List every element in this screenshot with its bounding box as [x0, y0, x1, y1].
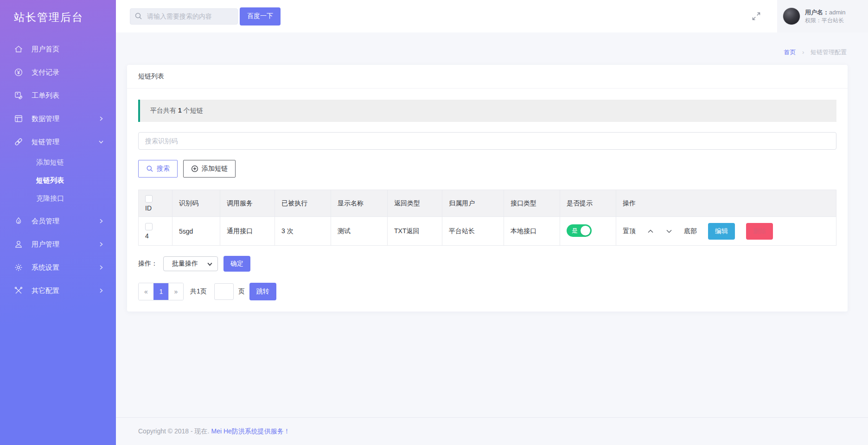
cell-return-type: TXT返回	[388, 217, 442, 246]
footer-link[interactable]: Mei He防洪系统提供服务！	[211, 427, 290, 436]
search-button[interactable]: 搜索	[138, 160, 178, 178]
gear-icon	[14, 263, 23, 272]
user-name-line: 用户名：admin	[805, 8, 845, 17]
sidebar-item-label: 会员管理	[32, 217, 98, 226]
breadcrumb-current: 短链管理配置	[811, 49, 847, 56]
cell-actions: 置顶 底部 编辑 删除	[616, 217, 836, 246]
app-title: 站长管理后台	[0, 0, 116, 25]
plus-circle-icon	[191, 165, 198, 172]
edit-button[interactable]: 编辑	[708, 223, 735, 240]
submenu-item-shortlink-list[interactable]: 短链列表	[0, 172, 116, 190]
pin-bottom-link[interactable]: 底部	[684, 227, 697, 235]
col-id: ID	[139, 190, 172, 217]
bulk-operation-row: 操作： 批量操作 确定	[138, 256, 836, 272]
chevron-right-icon	[98, 288, 104, 293]
pin-top-link[interactable]: 置顶	[623, 227, 636, 235]
shortlink-submenu: 添加短链 短链列表 克隆接口	[0, 153, 116, 210]
sidebar-item-label: 其它配置	[32, 286, 98, 295]
cell-tip: 是	[560, 217, 616, 246]
sidebar-item-user-home[interactable]: 用户首页	[0, 38, 116, 61]
sidebar-item-data-management[interactable]: 数据管理	[0, 107, 116, 130]
sidebar-item-ticket-list[interactable]: 工单列表	[0, 84, 116, 107]
shortlink-list-card: 短链列表 平台共有1个短链 搜索 添加短链	[127, 65, 848, 312]
topbar-search-input[interactable]	[130, 8, 238, 25]
cell-id: 4	[139, 217, 172, 246]
topbar-right: 用户名：admin 权限：平台站长	[751, 0, 868, 32]
bulk-label: 操作：	[138, 260, 158, 268]
home-icon	[14, 44, 23, 54]
select-all-checkbox[interactable]	[145, 195, 153, 203]
search-icon	[146, 165, 153, 172]
col-service: 调用服务	[220, 190, 275, 217]
move-down-icon[interactable]	[665, 228, 673, 235]
code-search-input[interactable]	[138, 132, 836, 150]
page-1-button[interactable]: 1	[153, 283, 168, 300]
col-return-type: 返回类型	[388, 190, 442, 217]
cell-executed: 3 次	[275, 217, 331, 246]
sidebar-item-label: 工单列表	[32, 91, 104, 100]
table-row: 4 5sgd 通用接口 3 次 测试 TXT返回 平台站长 本地接口 是	[139, 217, 836, 246]
alert-suffix: 个短链	[184, 107, 203, 114]
submenu-item-add-shortlink[interactable]: 添加短链	[0, 153, 116, 172]
confirm-button[interactable]: 确定	[223, 256, 250, 272]
yen-icon	[14, 68, 23, 77]
fullscreen-icon[interactable]	[751, 11, 761, 21]
cell-owner: 平台站长	[442, 217, 504, 246]
shortlink-table: ID 识别码 调用服务 已被执行 显示名称 返回类型 归属用户 接口类型 是否提…	[138, 190, 836, 246]
table-header-row: ID 识别码 调用服务 已被执行 显示名称 返回类型 归属用户 接口类型 是否提…	[139, 190, 836, 217]
sidebar: 站长管理后台 用户首页 支付记录 工单列表 数据管理 短链管理 添加短链 短链列…	[0, 0, 116, 445]
sidebar-item-label: 支付记录	[32, 68, 104, 77]
card-body: 平台共有1个短链 搜索 添加短链	[127, 89, 848, 312]
delete-button-label: 删除	[753, 227, 766, 235]
jump-button[interactable]: 跳转	[249, 283, 276, 300]
col-executed: 已被执行	[275, 190, 331, 217]
breadcrumb-home-link[interactable]: 首页	[784, 49, 796, 56]
chevron-down-icon	[98, 139, 104, 145]
topbar-search	[130, 8, 238, 25]
sidebar-item-label: 短链管理	[32, 138, 98, 146]
avatar	[783, 7, 800, 25]
jump-page-input[interactable]	[214, 283, 234, 300]
breadcrumb: 首页 › 短链管理配置	[116, 32, 868, 64]
data-icon	[14, 114, 23, 123]
page-unit: 页	[238, 287, 245, 296]
tip-toggle-label: 是	[572, 227, 578, 235]
tip-toggle[interactable]: 是	[567, 224, 592, 237]
pagination: « 1 » 共1页 页 跳转	[138, 283, 836, 300]
search-button-label: 搜索	[157, 165, 170, 173]
sidebar-item-user-management[interactable]: 用户管理	[0, 233, 116, 256]
baidu-search-button[interactable]: 百度一下	[240, 7, 281, 25]
add-shortlink-button[interactable]: 添加短链	[183, 160, 236, 178]
next-page-button[interactable]: »	[168, 283, 183, 300]
sidebar-item-other-config[interactable]: 其它配置	[0, 279, 116, 302]
topbar: 百度一下 用户名：admin 权限：平台站长	[116, 0, 868, 32]
submenu-item-clone-api[interactable]: 克隆接口	[0, 190, 116, 208]
sidebar-item-shortlink-management[interactable]: 短链管理	[0, 130, 116, 153]
cell-code: 5sgd	[172, 217, 220, 246]
pager-group: « 1 »	[138, 283, 184, 300]
user-name: admin	[829, 9, 845, 16]
sidebar-menu: 用户首页 支付记录 工单列表 数据管理 短链管理 添加短链 短链列表 克隆接口	[0, 38, 116, 302]
search-icon	[134, 12, 143, 20]
sidebar-item-system-settings[interactable]: 系统设置	[0, 256, 116, 279]
sidebar-item-label: 用户管理	[32, 240, 98, 249]
tip-toggle-knob	[581, 226, 590, 235]
add-button-label: 添加短链	[202, 165, 228, 173]
col-id-label: ID	[145, 204, 152, 212]
move-up-icon[interactable]	[647, 228, 654, 235]
delete-button[interactable]: 删除	[746, 223, 773, 240]
user-panel[interactable]: 用户名：admin 权限：平台站长	[777, 0, 868, 32]
user-role: 权限：平台站长	[805, 17, 845, 24]
cell-api-type: 本地接口	[504, 217, 560, 246]
sidebar-item-pay-records[interactable]: 支付记录	[0, 61, 116, 84]
sidebar-item-label: 系统设置	[32, 263, 98, 272]
bulk-action-select[interactable]: 批量操作	[163, 256, 218, 271]
sidebar-item-label: 数据管理	[32, 114, 98, 123]
sidebar-item-label: 用户首页	[32, 45, 104, 54]
user-icon	[14, 240, 23, 249]
chevron-right-icon	[98, 242, 104, 247]
chevron-down-icon	[207, 261, 213, 267]
row-checkbox[interactable]	[145, 223, 153, 230]
prev-page-button[interactable]: «	[139, 283, 153, 300]
sidebar-item-member-management[interactable]: 会员管理	[0, 210, 116, 233]
